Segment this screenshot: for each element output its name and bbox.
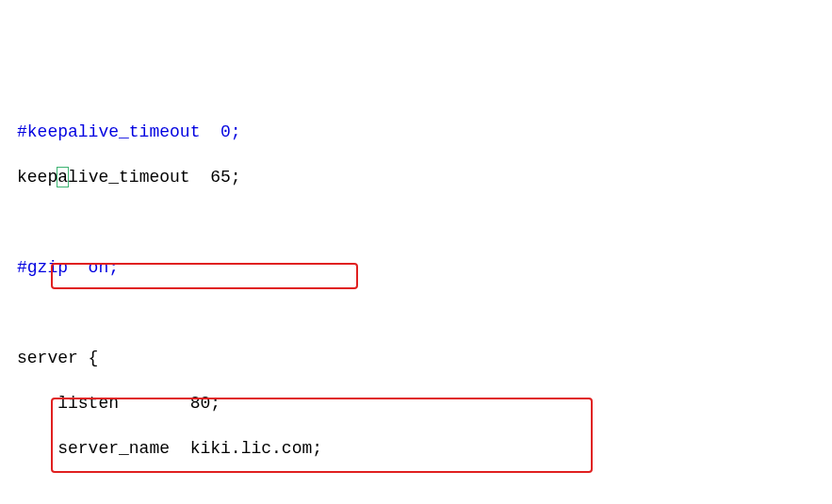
code-keepalive-prefix: keep [17,168,57,187]
comment-gzip: #gzip on; [17,258,119,277]
code-server-name: server_name kiki.lic.com; [17,439,322,458]
code-server-open: server { [17,349,98,367]
nginx-config-code: #keepalive_timeout 0; keepalive_timeout … [17,98,815,504]
comment-keepalive-0: #keepalive_timeout 0; [17,122,241,141]
code-listen: listen 80; [17,394,220,413]
code-keepalive-suffix: live_timeout 65; [68,168,241,187]
